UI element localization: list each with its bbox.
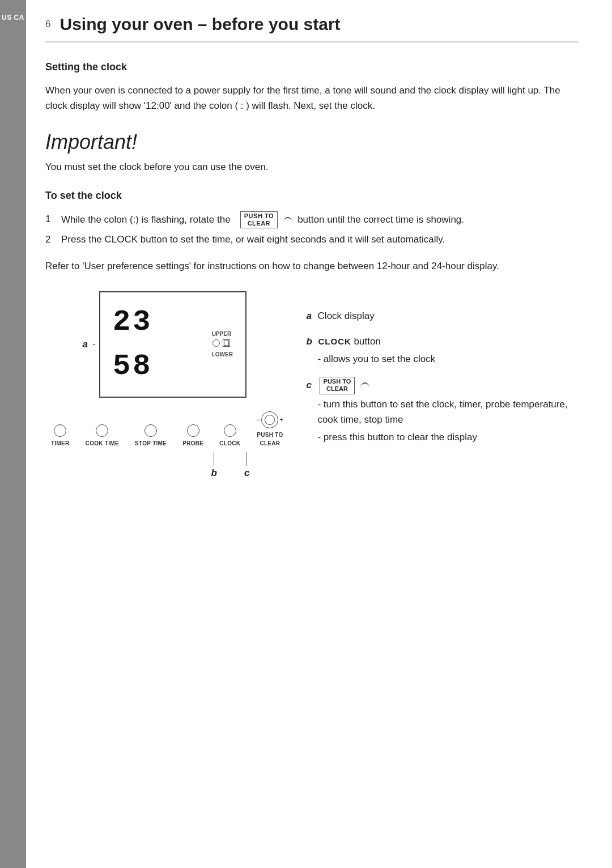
- badge-line2: CLEAR: [248, 220, 270, 227]
- desc-b-sub: - allows you to set the clock: [306, 351, 578, 367]
- b-vertical-line: [214, 452, 215, 466]
- control-clock: CLOCK: [219, 424, 240, 448]
- desc-a-letter: a: [306, 310, 311, 321]
- label-c: c: [244, 466, 249, 480]
- minus-sign: −: [256, 415, 260, 425]
- desc-c-sub-1: - turn this button to set the clock, tim…: [306, 397, 578, 427]
- bc-lines-row: b c: [45, 452, 283, 480]
- page-header: 6 Using your oven – before you start: [45, 11, 578, 42]
- sidebar-region-label: US CA: [0, 10, 26, 25]
- stop-time-circle: [144, 424, 157, 437]
- upper-circle-icon: [212, 339, 220, 347]
- clock-indicators: UPPER LOWER: [212, 330, 233, 359]
- step-1-text-before: While the colon (:) is flashing, rotate …: [61, 214, 231, 225]
- clock-digits: 23 58: [113, 300, 202, 389]
- stop-time-label: STOP TIME: [135, 439, 167, 448]
- lower-indicator: LOWER: [212, 350, 233, 359]
- control-probe: PROBE: [182, 424, 203, 448]
- desc-b-bold: CLOCK: [318, 337, 351, 346]
- desc-c-arc-icon: [360, 382, 369, 388]
- step-2-number: 2: [45, 232, 61, 247]
- sidebar: US CA: [0, 0, 26, 868]
- ptc-knob-wrapper: − +: [256, 411, 283, 428]
- label-a: a: [82, 337, 87, 352]
- control-cook-time: COOK TIME: [86, 424, 119, 448]
- upper-square-icon: [223, 339, 230, 347]
- important-title: Important!: [45, 127, 578, 158]
- lower-label: LOWER: [212, 351, 233, 358]
- timer-label: TIMER: [51, 439, 70, 448]
- clock-display-box: 23 58 UPPER LOWER: [99, 291, 246, 398]
- ptc-outer-circle: [261, 411, 278, 428]
- desc-a-text: Clock display: [318, 310, 375, 321]
- desc-c-sub-2: - press this button to clear the display: [306, 429, 578, 445]
- desc-c: c PUSH TO CLEAR - turn this button to se…: [306, 377, 578, 445]
- desc-c-badge-line1: PUSH TO: [324, 378, 351, 385]
- probe-circle: [187, 424, 199, 437]
- clock-display-wrapper: a 23 58 UPPER LOWER: [82, 291, 246, 398]
- cook-time-circle: [96, 424, 108, 437]
- setting-clock-body: When your oven is connected to a power s…: [45, 83, 578, 113]
- desc-c-badge: PUSH TO CLEAR: [320, 377, 355, 394]
- step-1-text-after: button until the correct time is showing…: [298, 214, 464, 225]
- step-1-content: While the colon (:) is flashing, rotate …: [61, 211, 464, 228]
- timer-circle: [54, 424, 66, 437]
- step-2: 2 Press the CLOCK button to set the time…: [45, 232, 578, 247]
- clock-circle: [224, 424, 236, 437]
- desc-a: a Clock display: [306, 308, 578, 324]
- clock-label: CLOCK: [219, 439, 240, 448]
- control-push-to-clear: − + PUSH TO CLEAR: [256, 411, 283, 448]
- probe-label: PROBE: [182, 439, 203, 448]
- to-set-clock-heading: To set the clock: [45, 188, 578, 203]
- step-1-number: 1: [45, 211, 61, 227]
- steps-list: 1 While the colon (:) is flashing, rotat…: [45, 211, 578, 248]
- important-subtitle: You must set the clock before you can us…: [45, 160, 578, 175]
- plus-sign: +: [279, 415, 283, 425]
- controls-row: TIMER COOK TIME STOP TIME PROBE: [45, 411, 283, 448]
- push-to-clear-badge-inline: PUSH TO CLEAR: [240, 211, 278, 228]
- desc-b: b CLOCK button - allows you to set the c…: [306, 334, 578, 367]
- page-title: Using your oven – before you start: [60, 11, 340, 37]
- diagram-left: a 23 58 UPPER LOWER: [45, 291, 283, 480]
- desc-b-letter: b: [306, 336, 312, 347]
- desc-c-badge-line2: CLEAR: [326, 385, 348, 393]
- ptc-inner-circle: [265, 415, 275, 425]
- cook-time-label: COOK TIME: [86, 439, 119, 448]
- c-line: c: [244, 452, 249, 480]
- step-2-text: Press the CLOCK button to set the time, …: [61, 232, 445, 247]
- setting-clock-section: Setting the clock When your oven is conn…: [45, 59, 578, 113]
- arc-icon: [283, 217, 292, 223]
- upper-indicator: UPPER: [212, 330, 231, 347]
- page-content: 6 Using your oven – before you start Set…: [34, 0, 612, 503]
- step-1: 1 While the colon (:) is flashing, rotat…: [45, 211, 578, 228]
- diagram-area: a 23 58 UPPER LOWER: [45, 291, 578, 480]
- b-line: b: [211, 452, 217, 480]
- push-to-clear-label: PUSH TO CLEAR: [257, 431, 283, 448]
- important-section: Important! You must set the clock before…: [45, 127, 578, 175]
- c-vertical-line: [246, 452, 248, 466]
- desc-b-text: button: [354, 336, 381, 347]
- control-stop-time: STOP TIME: [135, 424, 167, 448]
- page-number: 6: [45, 17, 50, 32]
- label-a-connector: [94, 344, 95, 345]
- badge-line1: PUSH TO: [244, 212, 274, 220]
- setting-clock-heading: Setting the clock: [45, 59, 578, 75]
- sidebar-text: US CA: [2, 12, 24, 23]
- diagram-right: a Clock display b CLOCK button - allows …: [306, 291, 578, 445]
- upper-label: UPPER: [212, 330, 231, 338]
- control-timer: TIMER: [51, 424, 70, 448]
- desc-c-letter: c: [306, 380, 311, 390]
- refer-text: Refer to 'User preference settings' for …: [45, 258, 578, 274]
- to-set-clock-section: To set the clock 1 While the colon (:) i…: [45, 188, 578, 274]
- indicator-icons: [212, 339, 230, 347]
- label-b: b: [211, 466, 217, 480]
